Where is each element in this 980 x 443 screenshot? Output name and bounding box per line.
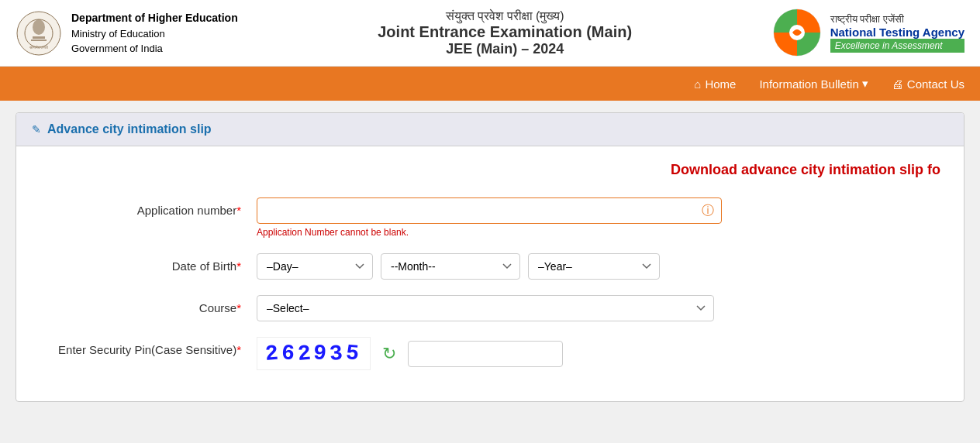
- captcha-char-1: 2: [264, 341, 282, 366]
- dob-year-select[interactable]: –Year–: [528, 253, 660, 280]
- course-select[interactable]: –Select–: [257, 295, 714, 321]
- dob-group: Date of Birth* –Day– --Month-- –Year–: [40, 253, 940, 280]
- svg-rect-4: [31, 39, 47, 41]
- main-navbar: ⌂ Home Information Bulletin ▾ 🖨 Contact …: [0, 67, 980, 101]
- nav-contact[interactable]: 🖨 Contact Us: [892, 77, 964, 91]
- dept-info: सत्यमेव जयते Department of Higher Educat…: [16, 10, 238, 57]
- exam-hindi-title: संयुक्त प्रवेश परीक्षा (मुख्य): [378, 9, 632, 23]
- svg-rect-3: [33, 36, 45, 39]
- edit-icon: ✎: [32, 123, 41, 136]
- dob-selects: –Day– --Month-- –Year–: [257, 253, 722, 280]
- govt-emblem-icon: सत्यमेव जयते: [16, 10, 62, 57]
- security-pin-control: 262935 ↻: [257, 337, 722, 370]
- dept-text: Department of Higher Education Ministry …: [71, 10, 238, 57]
- app-number-control: ⓘ Application Number cannot be blank.: [257, 197, 722, 238]
- card-header-title: Advance city intimation slip: [47, 122, 212, 136]
- nta-branding: राष्ट्रीय परीक्षा एजेंसी National Testin…: [772, 8, 964, 58]
- nta-text: राष्ट्रीय परीक्षा एजेंसी National Testin…: [830, 13, 964, 53]
- contact-icon: 🖨: [892, 77, 903, 91]
- dob-day-select[interactable]: –Day–: [257, 253, 373, 280]
- dept-line2: Government of India: [71, 41, 238, 57]
- security-pin-label: Enter Security Pin(Case Sensitive)*: [40, 337, 257, 356]
- svg-text:सत्यमेव जयते: सत्यमेव जयते: [29, 45, 48, 50]
- course-control: –Select–: [257, 295, 722, 321]
- captcha-image: 262935: [257, 337, 371, 370]
- application-number-group: Application number* ⓘ Application Number…: [40, 197, 940, 238]
- nta-hindi-text: राष्ट्रीय परीक्षा एजेंसी: [830, 13, 964, 26]
- dob-label: Date of Birth*: [40, 253, 257, 273]
- nav-home-label: Home: [705, 77, 736, 91]
- nav-info-label: Information Bulletin: [759, 77, 858, 91]
- nav-info-dropdown: Information Bulletin ▾: [759, 77, 868, 91]
- nav-contact-label: Contact Us: [907, 77, 964, 91]
- captcha-group: 262935 ↻: [257, 337, 722, 370]
- card-body: Download advance city intimation slip fo…: [16, 146, 964, 401]
- download-title: Download advance city intimation slip fo: [40, 162, 940, 178]
- page-header: सत्यमेव जयते Department of Higher Educat…: [0, 0, 980, 67]
- app-number-error: Application Number cannot be blank.: [257, 227, 722, 238]
- course-required-marker: *: [236, 301, 241, 314]
- card-header: ✎ Advance city intimation slip: [16, 113, 964, 146]
- dob-month-select[interactable]: --Month--: [381, 253, 520, 280]
- security-pin-group: Enter Security Pin(Case Sensitive)* 2629…: [40, 337, 940, 370]
- application-number-input[interactable]: [257, 197, 722, 224]
- nta-tagline: Excellence in Assessment: [830, 39, 964, 53]
- nta-name: National Testing Agency: [830, 26, 964, 39]
- alert-icon: ⓘ: [702, 203, 714, 219]
- chevron-down-icon: ▾: [862, 77, 868, 91]
- home-icon: ⌂: [694, 77, 701, 91]
- security-pin-input[interactable]: [408, 341, 563, 367]
- app-number-input-wrapper: ⓘ: [257, 197, 722, 224]
- captcha-char-5: 3: [329, 341, 347, 366]
- refresh-icon[interactable]: ↻: [382, 344, 396, 364]
- nta-logo-icon: [772, 8, 823, 58]
- svg-point-2: [33, 19, 45, 35]
- required-marker: *: [236, 204, 241, 217]
- nta-logo: राष्ट्रीय परीक्षा एजेंसी National Testin…: [772, 8, 964, 58]
- course-label: Course*: [40, 295, 257, 314]
- security-pin-required-marker: *: [236, 343, 241, 356]
- content-wrapper: ✎ Advance city intimation slip Download …: [0, 101, 980, 414]
- app-number-label: Application number*: [40, 197, 257, 217]
- dept-line1: Ministry of Education: [71, 26, 238, 42]
- exam-main-title: Joint Entrance Examination (Main): [378, 23, 632, 41]
- exam-sub-title: JEE (Main) – 2024: [378, 41, 632, 57]
- dept-title: Department of Higher Education: [71, 10, 238, 26]
- captcha-char-6: 5: [345, 341, 363, 366]
- captcha-char-2: 6: [281, 341, 298, 366]
- exam-title-block: संयुक्त प्रवेश परीक्षा (मुख्य) Joint Ent…: [378, 9, 632, 57]
- dob-control: –Day– --Month-- –Year–: [257, 253, 722, 280]
- course-group: Course* –Select–: [40, 295, 940, 321]
- form-card: ✎ Advance city intimation slip Download …: [16, 112, 964, 402]
- dob-required-marker: *: [236, 259, 241, 273]
- nav-info-bulletin[interactable]: Information Bulletin ▾: [759, 77, 868, 91]
- nav-home[interactable]: ⌂ Home: [694, 77, 736, 91]
